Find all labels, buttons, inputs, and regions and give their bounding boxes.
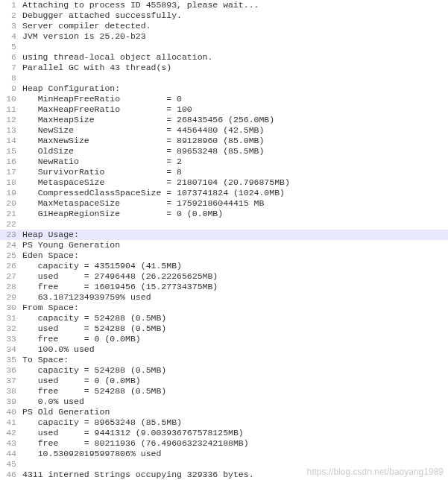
code-line: 36 capacity = 524288 (0.5MB) <box>0 365 448 376</box>
line-content: MaxHeapFreeRatio = 100 <box>22 104 192 115</box>
line-content: 10.530920195997806% used <box>22 449 161 459</box>
line-content: used = 27496448 (26.22265625MB) <box>22 271 218 282</box>
code-line: 16 NewRatio = 2 <box>0 157 448 167</box>
code-line: 26 capacity = 43515904 (41.5MB) <box>0 261 448 271</box>
code-line: 15 OldSize = 89653248 (85.5MB) <box>0 146 448 157</box>
line-content: CompressedClassSpaceSize = 1073741824 (1… <box>22 188 285 198</box>
line-number: 5 <box>0 42 22 52</box>
code-line: 45 <box>0 459 448 470</box>
line-content: Server compiler detected. <box>22 21 151 31</box>
line-content: Parallel GC with 43 thread(s) <box>22 63 171 73</box>
line-number: 19 <box>0 188 22 198</box>
line-content: capacity = 524288 (0.5MB) <box>22 365 166 376</box>
code-line: 29 63.1871234939759% used <box>0 292 448 303</box>
code-line: 1Attaching to process ID 455893, please … <box>0 0 448 10</box>
line-number: 37 <box>0 376 22 386</box>
code-line: 4JVM version is 25.20-b23 <box>0 31 448 42</box>
line-content: Debugger attached successfully. <box>22 10 182 21</box>
line-number: 14 <box>0 136 22 146</box>
line-number: 31 <box>0 313 22 323</box>
line-content: To Space: <box>22 355 69 365</box>
line-number: 39 <box>0 397 22 407</box>
line-content: PS Young Generation <box>22 240 120 250</box>
line-content: Heap Configuration: <box>22 83 120 94</box>
code-line: 18 MetaspaceSize = 21807104 (20.796875MB… <box>0 177 448 188</box>
line-number: 45 <box>0 459 22 470</box>
line-content: free = 16019456 (15.27734375MB) <box>22 282 218 292</box>
line-content: capacity = 524288 (0.5MB) <box>22 313 166 323</box>
line-content: MaxHeapSize = 268435456 (256.0MB) <box>22 115 274 125</box>
line-number: 24 <box>0 240 22 250</box>
code-line: 12 MaxHeapSize = 268435456 (256.0MB) <box>0 115 448 125</box>
code-line: 28 free = 16019456 (15.27734375MB) <box>0 282 448 292</box>
line-number: 11 <box>0 104 22 115</box>
code-line: 31 capacity = 524288 (0.5MB) <box>0 313 448 323</box>
line-number: 27 <box>0 271 22 282</box>
line-number: 25 <box>0 250 22 261</box>
line-number: 6 <box>0 52 22 63</box>
line-content: NewRatio = 2 <box>22 157 182 167</box>
code-line: 14 MaxNewSize = 89128960 (85.0MB) <box>0 136 448 146</box>
code-line: 35To Space: <box>0 355 448 365</box>
line-number: 2 <box>0 10 22 21</box>
line-number: 30 <box>0 303 22 313</box>
line-number: 23 <box>0 230 22 240</box>
code-line: 27 used = 27496448 (26.22265625MB) <box>0 271 448 282</box>
code-line: 17 SurvivorRatio = 8 <box>0 167 448 177</box>
line-content: JVM version is 25.20-b23 <box>22 31 146 42</box>
line-content: used = 9441312 (9.003936767578125MB) <box>22 428 244 438</box>
line-content: 4311 interned Strings occupying 329336 b… <box>22 470 254 480</box>
line-content: capacity = 43515904 (41.5MB) <box>22 261 182 271</box>
line-content: 100.0% used <box>22 344 95 355</box>
line-content: free = 0 (0.0MB) <box>22 334 141 344</box>
line-number: 28 <box>0 282 22 292</box>
line-content: OldSize = 89653248 (85.5MB) <box>22 146 264 157</box>
line-content: NewSize = 44564480 (42.5MB) <box>22 125 264 136</box>
line-content: 63.1871234939759% used <box>22 292 151 303</box>
code-line: 25Eden Space: <box>0 250 448 261</box>
line-number: 33 <box>0 334 22 344</box>
code-line: 30From Space: <box>0 303 448 313</box>
line-number: 18 <box>0 177 22 188</box>
code-line: 38 free = 524288 (0.5MB) <box>0 386 448 397</box>
line-content: Attaching to process ID 455893, please w… <box>22 0 259 10</box>
line-number: 32 <box>0 323 22 334</box>
code-line: 7Parallel GC with 43 thread(s) <box>0 63 448 73</box>
line-content: using thread-local object allocation. <box>22 52 212 63</box>
code-line: 33 free = 0 (0.0MB) <box>0 334 448 344</box>
line-number: 36 <box>0 365 22 376</box>
code-line: 44 10.530920195997806% used <box>0 449 448 459</box>
line-number: 20 <box>0 198 22 209</box>
line-number: 3 <box>0 21 22 31</box>
line-content: MetaspaceSize = 21807104 (20.796875MB) <box>22 177 290 188</box>
code-line: 10 MinHeapFreeRatio = 0 <box>0 94 448 104</box>
line-content: MaxMetaspaceSize = 17592186044415 MB <box>22 198 264 209</box>
line-content: G1HeapRegionSize = 0 (0.0MB) <box>22 209 223 219</box>
line-number: 15 <box>0 146 22 157</box>
line-number: 8 <box>0 73 22 83</box>
line-number: 13 <box>0 125 22 136</box>
line-number: 41 <box>0 417 22 428</box>
line-content: 0.0% used <box>22 397 84 407</box>
line-number: 43 <box>0 438 22 449</box>
code-line: 34 100.0% used <box>0 344 448 355</box>
code-line: 6using thread-local object allocation. <box>0 52 448 63</box>
line-number: 34 <box>0 344 22 355</box>
code-line: 23Heap Usage: <box>0 230 448 240</box>
line-number: 44 <box>0 449 22 459</box>
line-number: 40 <box>0 407 22 417</box>
code-line: 5 <box>0 42 448 52</box>
line-content: free = 80211936 (76.49606323242188MB) <box>22 438 249 449</box>
code-line: 32 used = 524288 (0.5MB) <box>0 323 448 334</box>
line-content: Heap Usage: <box>22 230 79 240</box>
line-number: 10 <box>0 94 22 104</box>
code-line: 42 used = 9441312 (9.003936767578125MB) <box>0 428 448 438</box>
line-number: 12 <box>0 115 22 125</box>
line-number: 21 <box>0 209 22 219</box>
code-line: 24PS Young Generation <box>0 240 448 250</box>
line-content: Eden Space: <box>22 250 79 261</box>
code-line: 20 MaxMetaspaceSize = 17592186044415 MB <box>0 198 448 209</box>
line-number: 42 <box>0 428 22 438</box>
code-line: 39 0.0% used <box>0 397 448 407</box>
line-number: 17 <box>0 167 22 177</box>
